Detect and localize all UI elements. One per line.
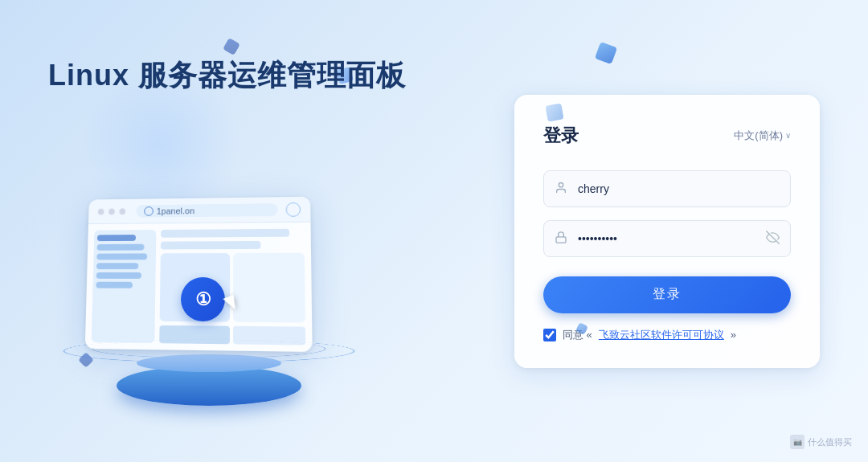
username-input[interactable] — [543, 170, 791, 207]
agreement-suffix: » — [731, 329, 736, 341]
browser-main-content — [159, 229, 305, 345]
password-group — [543, 220, 791, 257]
password-input[interactable] — [543, 220, 791, 257]
browser-sidebar — [92, 230, 157, 343]
sidebar-bar-4 — [96, 263, 138, 269]
agreement-prefix: 同意 « — [563, 328, 592, 342]
watermark: 📷 什么值得买 — [790, 435, 852, 449]
browser-action-icon — [286, 202, 301, 216]
user-icon — [555, 181, 567, 196]
content-card-2 — [233, 253, 305, 323]
platform-top — [137, 354, 281, 372]
username-group — [543, 170, 791, 207]
login-button[interactable]: 登录 — [543, 276, 791, 313]
illustration: 1panel.on — [40, 133, 378, 438]
language-label: 中文(简体) — [734, 129, 783, 143]
browser-url-text: 1panel.on — [157, 206, 194, 215]
sidebar-bar-5 — [96, 272, 141, 279]
language-selector[interactable]: 中文(简体) ∨ — [734, 129, 791, 143]
chevron-down-icon: ∨ — [785, 131, 791, 140]
agreement-checkbox[interactable] — [543, 329, 556, 341]
eye-off-icon[interactable] — [766, 231, 780, 247]
watermark-icon: 📷 — [790, 435, 805, 449]
watermark-text: 什么值得买 — [808, 436, 852, 448]
sidebar-bar-1 — [97, 235, 137, 241]
svg-rect-1 — [556, 236, 566, 242]
content-row-2 — [161, 241, 260, 250]
content-bar-2 — [233, 326, 305, 345]
panel-logo: ① — [181, 277, 225, 321]
browser-dot-1 — [98, 208, 104, 215]
browser-dot-2 — [108, 208, 115, 215]
content-bars — [159, 325, 305, 345]
agreement-row: 同意 « 飞致云社区软件许可可协议 » — [543, 328, 791, 342]
sidebar-bar-2 — [97, 244, 145, 251]
browser-url-bar: 1panel.on — [136, 203, 277, 218]
browser-dot-3 — [119, 208, 125, 215]
deco-cube-1 — [595, 42, 617, 64]
login-card: 登录 中文(简体) ∨ — [514, 95, 820, 368]
sidebar-bar-6 — [96, 282, 133, 288]
left-section: Linux 服务器运维管理面板 1panel.on — [0, 0, 514, 462]
content-cards — [160, 253, 305, 323]
content-row-1 — [161, 229, 289, 238]
browser-titlebar: 1panel.on — [88, 197, 311, 224]
right-section: 登录 中文(简体) ∨ — [514, 95, 820, 368]
login-header: 登录 中文(简体) ∨ — [543, 124, 791, 148]
browser-window: 1panel.on — [85, 197, 313, 352]
lock-icon — [555, 231, 567, 246]
sidebar-bar-3 — [96, 253, 147, 260]
globe-icon — [144, 206, 154, 216]
panel-logo-text: ① — [195, 289, 211, 310]
agreement-link[interactable]: 飞致云社区软件许可可协议 — [599, 328, 724, 342]
page-title: Linux 服务器运维管理面板 — [48, 56, 406, 96]
content-bar-1 — [159, 325, 230, 344]
login-title: 登录 — [543, 124, 579, 148]
svg-point-0 — [559, 182, 563, 186]
